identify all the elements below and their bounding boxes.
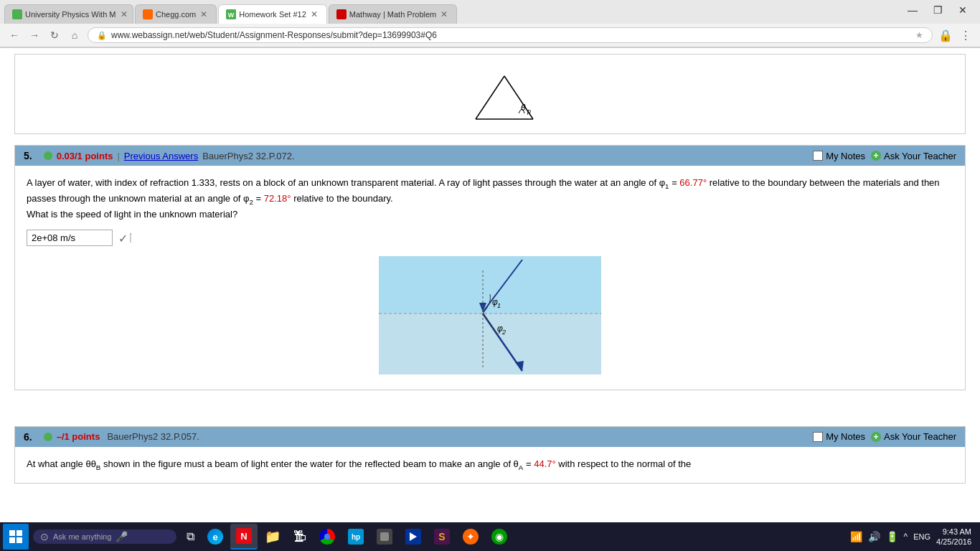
tab-mathway[interactable]: Mathway | Math Problem ✕ <box>329 4 457 24</box>
tab-university-physics[interactable]: University Physics With M ✕ <box>4 4 133 24</box>
header-right: My Notes + Ask Your Teacher <box>813 151 956 161</box>
svg-text:1: 1 <box>497 302 501 309</box>
q6-notes-label: My Notes <box>826 431 865 442</box>
question-5: 5. 0.03/1 points | Previous Answers Baue… <box>14 145 966 390</box>
question-6-number: 6. <box>24 431 32 443</box>
q6-ask-teacher-button[interactable]: + Ask Your Teacher <box>871 431 956 442</box>
tab-close-btn[interactable]: ✕ <box>199 9 209 19</box>
q6-source: BauerPhys2 32.P.057. <box>107 431 199 442</box>
question-5-number: 5. <box>24 150 32 161</box>
tab-close-btn[interactable]: ✕ <box>119 9 129 19</box>
angle-diagram: θ p <box>418 62 562 126</box>
tab-close-btn[interactable]: ✕ <box>309 9 319 19</box>
green-dot-icon <box>44 151 52 160</box>
tab-close-btn[interactable]: ✕ <box>439 9 449 19</box>
question-6: 6. –/1 points BauerPhys2 32.P.057. My No… <box>14 426 966 484</box>
answer-input[interactable] <box>27 230 113 246</box>
tab-favicon <box>12 9 22 19</box>
source-text: BauerPhys2 32.P.072. <box>202 151 294 161</box>
q6-plus-icon: + <box>871 432 881 442</box>
notes-button[interactable]: My Notes <box>813 151 865 161</box>
refraction-svg: φ 1 φ 2 <box>379 256 601 375</box>
points-value: 0.03/1 points <box>57 151 113 161</box>
plus-icon: + <box>871 151 881 161</box>
q6-header-right: My Notes + Ask Your Teacher <box>813 431 956 442</box>
notes-label: My Notes <box>826 151 865 161</box>
reload-button[interactable]: ↻ <box>46 27 63 44</box>
q6-ask-teacher-label: Ask Your Teacher <box>884 431 956 442</box>
phi2-label: φ2 = <box>243 193 264 204</box>
svg-text:2: 2 <box>501 329 506 336</box>
back-button[interactable]: ← <box>6 27 23 44</box>
tab-homework[interactable]: W Homework Set #12 ✕ <box>218 4 327 24</box>
bottom-padding <box>0 494 980 509</box>
phi2-text: relative to the boundary. <box>293 193 393 204</box>
q6-body-start: At what angle θ <box>27 458 91 469</box>
q6-points-info: –/1 points BauerPhys2 32.P.057. <box>44 431 199 442</box>
url-input[interactable]: 🔒 www.webassign.net/web/Student/Assignme… <box>88 27 933 43</box>
menu-btn[interactable]: ⋮ <box>957 27 974 44</box>
phi1-value: 66.77° <box>679 177 707 188</box>
svg-text:✓: ✓ <box>118 232 128 245</box>
maximize-button[interactable]: ❐ <box>926 3 950 17</box>
question-5-text: A layer of water, with index of refracti… <box>27 176 953 222</box>
tab-label: University Physics With M <box>25 10 116 19</box>
phi1-label: φ1 = <box>659 177 680 188</box>
minimize-button[interactable]: — <box>900 3 925 17</box>
address-bar: ← → ↻ ⌂ 🔒 www.webassign.net/web/Student/… <box>0 24 980 47</box>
previous-answers-link[interactable]: Previous Answers <box>124 151 198 161</box>
q6-points: –/1 points <box>57 431 100 442</box>
svg-text:p: p <box>527 108 531 115</box>
check-icon[interactable]: ✓ <box>117 230 133 246</box>
close-button[interactable]: ✕ <box>951 3 974 17</box>
svg-line-2 <box>476 76 504 119</box>
tab-label: Homework Set #12 <box>239 10 306 19</box>
q6-body-middle: shown in the figure must a beam of light… <box>103 458 519 469</box>
tab-label: Mathway | Math Problem <box>349 10 436 19</box>
q6-theta-B: θB <box>91 458 101 469</box>
phi2-value: 72.18° <box>264 193 291 204</box>
question-6-body: At what angle θθB shown in the figure mu… <box>15 447 965 483</box>
tab-favicon <box>143 9 153 19</box>
tab-chegg[interactable]: Chegg.com ✕ <box>135 4 217 24</box>
extensions-btn[interactable]: 🔒 <box>937 27 954 44</box>
svg-rect-10 <box>379 256 601 314</box>
points-info: 0.03/1 points | Previous Answers BauerPh… <box>44 151 295 161</box>
q6-notes-button[interactable]: My Notes <box>813 431 865 442</box>
svg-text:θ: θ <box>521 103 526 113</box>
question-5-header: 5. 0.03/1 points | Previous Answers Baue… <box>15 146 965 166</box>
notes-checkbox[interactable] <box>813 151 823 161</box>
url-text: www.webassign.net/web/Student/Assignment… <box>111 30 911 40</box>
question-prompt: What is the speed of light in the unknow… <box>27 209 237 220</box>
tab-favicon: W <box>226 9 236 19</box>
body-text: A layer of water, with index of refracti… <box>27 177 656 188</box>
q6-body-end: with respect to the normal of the <box>558 458 691 469</box>
tab-favicon <box>336 9 347 19</box>
question-6-header: 6. –/1 points BauerPhys2 32.P.057. My No… <box>15 427 965 447</box>
top-figure: θ p <box>14 54 966 134</box>
q6-notes-checkbox[interactable] <box>813 432 823 442</box>
separator: | <box>117 151 119 161</box>
question-5-body: A layer of water, with index of refracti… <box>15 166 965 390</box>
green-dot-icon <box>44 433 52 441</box>
tab-label: Chegg.com <box>156 10 196 19</box>
q6-equals: = <box>526 458 534 469</box>
svg-text:W: W <box>228 11 235 19</box>
answer-row: ✓ <box>27 230 953 246</box>
question-spacer <box>0 401 980 415</box>
q6-highlight: 44.7° <box>534 458 556 469</box>
q6-sub-A: A <box>519 463 524 471</box>
ask-teacher-label: Ask Your Teacher <box>884 151 956 161</box>
forward-button[interactable]: → <box>26 27 43 44</box>
ask-teacher-button[interactable]: + Ask Your Teacher <box>871 151 956 161</box>
refraction-diagram: φ 1 φ 2 <box>379 256 601 380</box>
home-button[interactable]: ⌂ <box>66 27 83 44</box>
